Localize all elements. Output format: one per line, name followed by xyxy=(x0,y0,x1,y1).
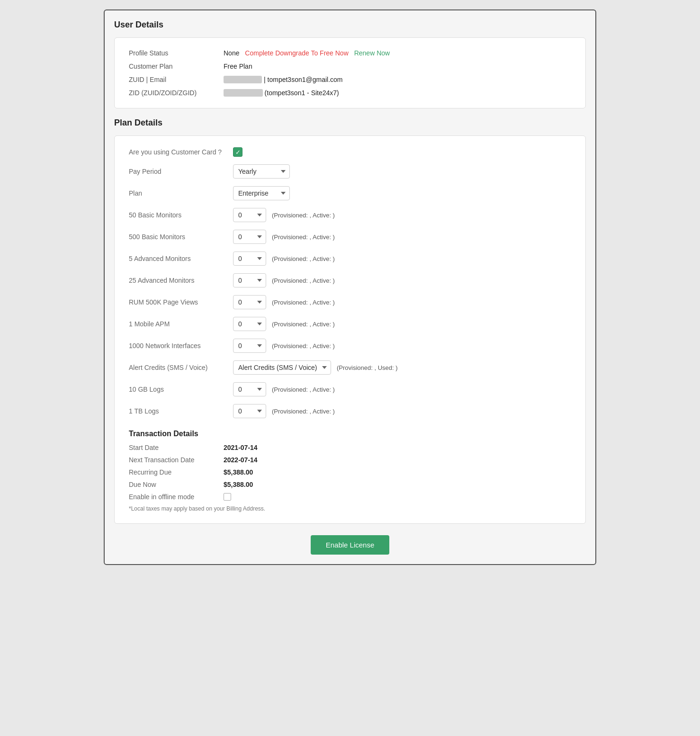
tax-note: *Local taxes may apply based on your Bil… xyxy=(129,505,571,512)
addon-quantity-1[interactable]: 012345678910 xyxy=(233,230,266,244)
addon-row-4: RUM 500K Page Views012345678910(Provisio… xyxy=(129,295,571,309)
alert-select-7[interactable]: Alert Credits (SMS / Voice) xyxy=(233,360,331,375)
addon-row-0: 50 Basic Monitors012345678910(Provisione… xyxy=(129,208,571,222)
addon-row-8: 10 GB Logs012345678910(Provisioned: , Ac… xyxy=(129,382,571,396)
offline-mode-label: Enable in offline mode xyxy=(129,493,224,501)
addon-quantity-6[interactable]: 012345678910 xyxy=(233,339,266,353)
addons-container: 50 Basic Monitors012345678910(Provisione… xyxy=(129,208,571,418)
addon-row-6: 1000 Network Interfaces012345678910(Prov… xyxy=(129,339,571,353)
customer-card-row: Are you using Customer Card ? ✓ xyxy=(129,147,571,157)
plan-details-card: Are you using Customer Card ? ✓ Pay Peri… xyxy=(114,135,586,524)
user-details-card: Profile Status None Complete Downgrade T… xyxy=(114,37,586,108)
addon-provision-0: (Provisioned: , Active: ) xyxy=(272,212,335,219)
addon-label-2: 5 Advanced Monitors xyxy=(129,255,233,262)
profile-status-row: Profile Status None Complete Downgrade T… xyxy=(129,49,571,57)
addon-quantity-9[interactable]: 012345678910 xyxy=(233,404,266,418)
addon-row-9: 1 TB Logs012345678910(Provisioned: , Act… xyxy=(129,404,571,418)
enable-license-button[interactable]: Enable License xyxy=(311,535,390,555)
addon-quantity-3[interactable]: 012345678910 xyxy=(233,273,266,287)
customer-plan-row: Customer Plan Free Plan xyxy=(129,63,571,70)
addon-label-9: 1 TB Logs xyxy=(129,407,233,415)
start-date-value: 2021-07-14 xyxy=(224,444,258,451)
zid-value: XXXXXXXX (tompet3son1 - Site24x7) xyxy=(224,89,339,97)
addon-quantity-0[interactable]: 012345678910 xyxy=(233,208,266,222)
due-now-label: Due Now xyxy=(129,481,224,488)
customer-plan-value: Free Plan xyxy=(224,63,252,70)
addon-label-5: 1 Mobile APM xyxy=(129,320,233,328)
recurring-due-label: Recurring Due xyxy=(129,468,224,476)
addon-provision-5: (Provisioned: , Active: ) xyxy=(272,321,335,328)
plan-row: Plan Enterprise Free Starter Pro xyxy=(129,186,571,200)
due-now-row: Due Now $5,388.00 xyxy=(129,481,571,488)
addon-label-8: 10 GB Logs xyxy=(129,386,233,393)
addon-quantity-5[interactable]: 012345678910 xyxy=(233,317,266,331)
customer-card-checkbox[interactable]: ✓ xyxy=(233,147,242,157)
next-transaction-label: Next Transaction Date xyxy=(129,456,224,464)
next-transaction-row: Next Transaction Date 2022-07-14 xyxy=(129,456,571,464)
addon-quantity-8[interactable]: 012345678910 xyxy=(233,382,266,396)
zid-row: ZID (ZUID/ZOID/ZGID) XXXXXXXX (tompet3so… xyxy=(129,89,571,97)
due-now-value: $5,388.00 xyxy=(224,481,253,488)
addon-provision-4: (Provisioned: , Active: ) xyxy=(272,299,335,306)
addon-provision-3: (Provisioned: , Active: ) xyxy=(272,277,335,284)
zuid-email-label: ZUID | Email xyxy=(129,76,224,83)
recurring-due-row: Recurring Due $5,388.00 xyxy=(129,468,571,476)
zuid-email-value: 7XXXXXXX | tompet3son1@gmail.com xyxy=(224,76,343,83)
offline-mode-row: Enable in offline mode xyxy=(129,493,571,501)
profile-status-value: None Complete Downgrade To Free Now Rene… xyxy=(224,49,390,57)
addon-label-6: 1000 Network Interfaces xyxy=(129,342,233,350)
addon-label-1: 500 Basic Monitors xyxy=(129,233,233,241)
zid-blurred: XXXXXXXX xyxy=(224,89,263,97)
addon-label-7: Alert Credits (SMS / Voice) xyxy=(129,364,233,371)
addon-provision-8: (Provisioned: , Active: ) xyxy=(272,386,335,393)
start-date-label: Start Date xyxy=(129,444,224,451)
addon-row-1: 500 Basic Monitors012345678910(Provision… xyxy=(129,230,571,244)
pay-period-select[interactable]: Yearly Monthly xyxy=(233,164,290,179)
main-container: User Details Profile Status None Complet… xyxy=(104,9,596,565)
zid-label: ZID (ZUID/ZOID/ZGID) xyxy=(129,89,224,97)
addon-row-2: 5 Advanced Monitors012345678910(Provisio… xyxy=(129,251,571,266)
downgrade-link[interactable]: Complete Downgrade To Free Now xyxy=(245,49,348,57)
customer-card-label: Are you using Customer Card ? xyxy=(129,148,233,156)
addon-provision-1: (Provisioned: , Active: ) xyxy=(272,233,335,241)
pay-period-label: Pay Period xyxy=(129,168,233,175)
addon-row-3: 25 Advanced Monitors012345678910(Provisi… xyxy=(129,273,571,287)
addon-row-7: Alert Credits (SMS / Voice)Alert Credits… xyxy=(129,360,571,375)
plan-details-title: Plan Details xyxy=(114,118,586,128)
pay-period-row: Pay Period Yearly Monthly xyxy=(129,164,571,179)
start-date-row: Start Date 2021-07-14 xyxy=(129,444,571,451)
renew-link[interactable]: Renew Now xyxy=(354,49,390,57)
addon-provision-9: (Provisioned: , Active: ) xyxy=(272,408,335,415)
addon-row-5: 1 Mobile APM012345678910(Provisioned: , … xyxy=(129,317,571,331)
user-details-title: User Details xyxy=(114,20,586,30)
addon-provision-7: (Provisioned: , Used: ) xyxy=(337,364,398,371)
zuid-blurred: 7XXXXXXX xyxy=(224,76,262,83)
offline-mode-checkbox[interactable] xyxy=(224,493,231,501)
addon-provision-2: (Provisioned: , Active: ) xyxy=(272,255,335,262)
addon-label-0: 50 Basic Monitors xyxy=(129,211,233,219)
next-transaction-value: 2022-07-14 xyxy=(224,456,258,464)
addon-label-4: RUM 500K Page Views xyxy=(129,298,233,306)
customer-plan-label: Customer Plan xyxy=(129,63,224,70)
profile-status-label: Profile Status xyxy=(129,49,224,57)
addon-quantity-2[interactable]: 012345678910 xyxy=(233,251,266,266)
transaction-title: Transaction Details xyxy=(129,426,571,438)
recurring-due-value: $5,388.00 xyxy=(224,468,253,476)
zuid-email-row: ZUID | Email 7XXXXXXX | tompet3son1@gmai… xyxy=(129,76,571,83)
addon-quantity-4[interactable]: 012345678910 xyxy=(233,295,266,309)
plan-label: Plan xyxy=(129,189,233,197)
addon-provision-6: (Provisioned: , Active: ) xyxy=(272,342,335,350)
plan-select[interactable]: Enterprise Free Starter Pro xyxy=(233,186,290,200)
addon-label-3: 25 Advanced Monitors xyxy=(129,277,233,284)
